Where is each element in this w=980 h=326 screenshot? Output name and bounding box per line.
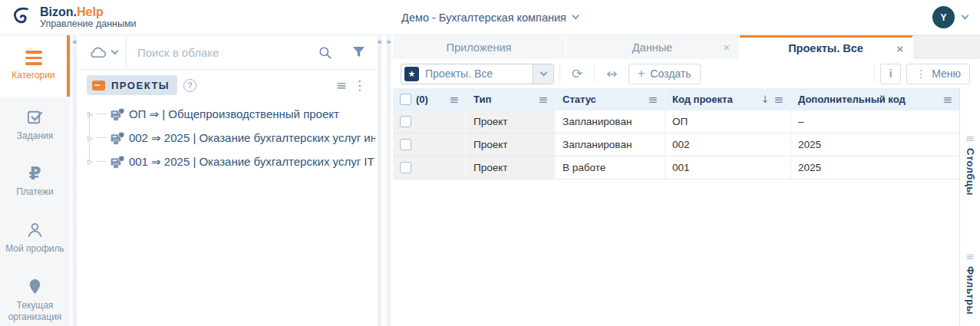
selection-count: (0) xyxy=(416,94,444,105)
tab-projects-all[interactable]: Проекты. Все × xyxy=(740,35,913,59)
tab-data[interactable]: Данные × xyxy=(566,35,740,59)
logo-subtitle: Управление данными xyxy=(40,18,137,29)
row-select-cell xyxy=(393,156,467,179)
location-pin-icon xyxy=(26,278,44,295)
filters-panel-label: Фильтры xyxy=(965,266,976,314)
info-button[interactable]: i xyxy=(880,64,901,84)
chevron-down-icon xyxy=(539,68,547,76)
row-checkbox[interactable] xyxy=(400,116,411,127)
collapse-left-icon[interactable]: « xyxy=(376,38,383,46)
column-menu-icon[interactable]: ≡ xyxy=(648,93,658,107)
content-area: Категории Задания ₽ Платежи Мой профиль … xyxy=(0,35,980,326)
tree-panel: ПРОЕКТЫ ? ≡ ⋮ ▷ ОП ⇒ | Общепроизводствен… xyxy=(79,35,375,326)
tree-item-project[interactable]: ▷ 001 ⇒ 2025 | Оказание бухгалтерских ус… xyxy=(87,150,375,173)
dots-vertical-icon: ⋮ xyxy=(916,68,926,80)
columns-panel-toggle[interactable]: ≡ Столбцы xyxy=(965,133,976,196)
funnel-icon xyxy=(351,45,366,60)
app-logo: Bizon.Help Управление данными xyxy=(0,5,137,30)
sidebar-item-tasks[interactable]: Задания xyxy=(0,97,70,153)
tab-label: Приложения xyxy=(447,41,512,54)
sidebar-splitter[interactable]: « xyxy=(70,35,79,326)
cloud-search-input[interactable] xyxy=(127,46,308,59)
tab-applications[interactable]: Приложения xyxy=(393,35,566,59)
tree-section-header: ПРОЕКТЫ ? ≡ ⋮ xyxy=(79,70,375,96)
cell-type: Проект xyxy=(467,133,556,156)
tree-item-label: 002 ⇒ 2025 | Оказание бухгалтерских услу… xyxy=(129,131,375,145)
sidebar-item-payments[interactable]: ₽ Платежи xyxy=(0,153,70,209)
expand-triangle-icon[interactable]: ▷ xyxy=(87,134,93,142)
column-menu-icon[interactable]: ≡ xyxy=(942,93,952,107)
chevron-down-icon xyxy=(111,47,118,54)
search-button[interactable] xyxy=(308,35,342,69)
categories-menu-icon xyxy=(25,51,42,65)
cell-project-code: 001 xyxy=(665,156,791,179)
cloud-icon xyxy=(88,46,107,59)
close-icon[interactable]: × xyxy=(896,42,903,55)
sidebar-item-categories[interactable]: Категории xyxy=(0,35,70,97)
project-box-shield-lock-icon xyxy=(111,107,125,121)
column-label: Статус xyxy=(563,94,643,105)
column-header-project-code[interactable]: Код проекта ↓ ≡ xyxy=(665,88,791,110)
logo-title: Bizon.Help xyxy=(40,5,137,19)
sidebar-item-profile[interactable]: Мой профиль xyxy=(0,209,70,266)
columns-panel-label: Столбцы xyxy=(965,148,976,196)
menu-button-label: Меню xyxy=(932,68,961,80)
archive-box-icon xyxy=(92,81,105,91)
cell-status: Запланирован xyxy=(556,110,665,133)
column-header-status[interactable]: Статус ≡ xyxy=(556,88,665,110)
chevron-down-icon xyxy=(962,12,969,20)
column-header-type[interactable]: Тип ≡ xyxy=(467,88,556,110)
app-root: Bizon.Help Управление данными Демо - Бух… xyxy=(0,0,980,326)
main-splitter[interactable]: « » xyxy=(375,35,393,326)
table-row[interactable]: Проект Запланирован ОП – xyxy=(393,110,959,133)
table-header: (0) ≡ Тип ≡ Статус ≡ Код проекта xyxy=(393,88,959,110)
tasks-check-icon xyxy=(26,108,44,126)
column-menu-icon[interactable]: ≡ xyxy=(538,93,548,107)
collapse-right-icon[interactable]: » xyxy=(385,38,392,46)
column-menu-icon[interactable]: ≡ xyxy=(449,93,459,107)
projects-section-chip[interactable]: ПРОЕКТЫ xyxy=(87,75,177,95)
tree-item-project[interactable]: ▷ 002 ⇒ 2025 | Оказание бухгалтерских ус… xyxy=(87,126,375,150)
row-checkbox[interactable] xyxy=(400,162,411,173)
column-header-extra-code[interactable]: Дополнительный код ≡ xyxy=(791,88,959,110)
filter-button[interactable] xyxy=(342,35,375,69)
account-menu[interactable]: Y xyxy=(932,6,968,28)
view-select-value: Проекты. Все xyxy=(425,68,526,80)
close-icon[interactable]: × xyxy=(723,41,730,54)
list-view-icon[interactable]: ≡ xyxy=(336,79,347,92)
cell-extra-code: 2025 xyxy=(791,156,959,179)
column-label: Дополнительный код xyxy=(798,94,938,105)
row-checkbox[interactable] xyxy=(400,139,411,150)
help-icon[interactable]: ? xyxy=(183,79,196,92)
sidebar-item-label: Текущая организация xyxy=(2,300,68,323)
collapse-left-icon[interactable]: « xyxy=(71,38,78,46)
column-menu-icon[interactable]: ≡ xyxy=(774,93,784,107)
company-selector[interactable]: Демо - Бухгалтерская компания xyxy=(401,12,579,24)
create-button[interactable]: + Создать xyxy=(629,64,701,84)
sidebar-item-organization[interactable]: Текущая организация xyxy=(0,266,70,326)
expand-triangle-icon[interactable]: ▷ xyxy=(87,110,93,118)
expand-width-button[interactable]: ↔ xyxy=(600,64,623,84)
tree-item-label: ОП ⇒ | Общепроизводственный проект xyxy=(129,107,339,121)
table-row[interactable]: Проект Запланирован 002 2025 xyxy=(393,133,959,156)
tree-item-project[interactable]: ▷ ОП ⇒ | Общепроизводственный проект xyxy=(87,102,375,126)
avatar[interactable]: Y xyxy=(932,6,955,28)
user-icon xyxy=(26,221,44,239)
column-label: Код проекта xyxy=(672,94,757,105)
select-all-checkbox[interactable] xyxy=(400,94,411,105)
more-options-icon[interactable]: ⋮ xyxy=(353,79,366,92)
filters-panel-toggle[interactable]: ≡ Фильтры xyxy=(965,251,976,314)
cloud-search-bar xyxy=(79,35,375,70)
cell-extra-code: 2025 xyxy=(791,133,959,156)
view-select[interactable]: ★ Проекты. Все xyxy=(401,64,554,84)
expand-triangle-icon[interactable]: ▷ xyxy=(87,158,93,166)
tab-bar: Приложения Данные × Проекты. Все × xyxy=(393,35,980,59)
menu-button[interactable]: ⋮ Меню xyxy=(906,64,970,84)
project-box-shield-lock-icon xyxy=(111,131,125,145)
table-row[interactable]: Проект В работе 001 2025 xyxy=(393,156,959,179)
menu-lines-icon: ≡ xyxy=(965,133,975,143)
cloud-source-dropdown[interactable] xyxy=(79,35,127,69)
refresh-button[interactable]: ⟳ xyxy=(566,64,589,84)
sort-down-icon[interactable]: ↓ xyxy=(761,94,770,105)
cell-project-code: ОП xyxy=(665,110,791,133)
